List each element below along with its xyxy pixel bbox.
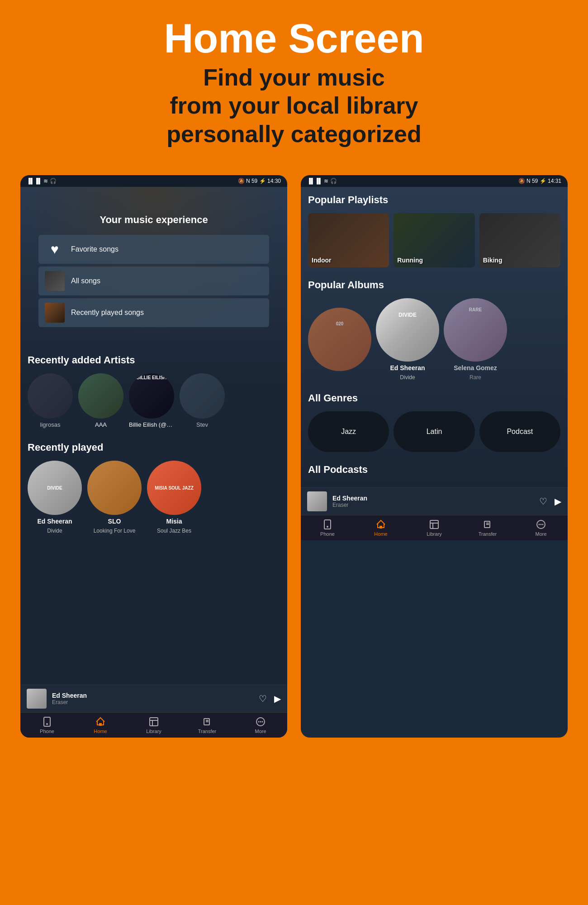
phone1-bottom-nav: Phone Home Library Transfer More: [20, 712, 287, 738]
artist-item[interactable]: AAA: [78, 373, 123, 428]
home2-icon: [375, 519, 386, 530]
played-subtitle: Soul Jazz Bes: [157, 528, 191, 534]
recently-played-title: Recently played: [28, 442, 280, 453]
artist-item[interactable]: Stev: [180, 373, 225, 428]
phone1-content: Your music experience ♥ Favorite songs A…: [20, 187, 287, 685]
mini-player-info: Ed Sheeran Eraser: [52, 692, 253, 705]
heart-button-2[interactable]: ♡: [539, 496, 547, 507]
nav-transfer[interactable]: Transfer: [180, 716, 234, 734]
nav2-library[interactable]: Library: [408, 519, 461, 537]
genre-latin-label: Latin: [427, 428, 442, 436]
recently-added-title: Recently added Artists: [28, 354, 280, 366]
menu-item-all-songs[interactable]: All songs: [38, 267, 269, 295]
playlist-running[interactable]: Running: [394, 213, 474, 267]
played-art: MISIA SOUL JAZZ: [147, 461, 201, 515]
played-subtitle: Divide: [47, 528, 62, 534]
svg-rect-3: [150, 718, 158, 726]
mini-player-art: [27, 689, 47, 709]
all-podcasts-section: All Podcasts: [301, 457, 568, 487]
nav-library[interactable]: Library: [127, 716, 180, 734]
played-item[interactable]: SLO Looking For Love: [87, 461, 142, 534]
header-subtitle: Find your music from your local library …: [27, 63, 561, 148]
nav-library-label: Library: [146, 729, 161, 734]
album-subname-divide: Divide: [400, 374, 415, 381]
menu-item-label-recent: Recently played songs: [71, 309, 144, 317]
menu-item-favorite[interactable]: ♥ Favorite songs: [38, 235, 269, 264]
mini-player-title: Ed Sheeran: [52, 692, 253, 699]
menu-item-label-all: All songs: [71, 277, 100, 285]
artist-item[interactable]: ligrosas: [28, 373, 73, 428]
transfer-icon: [202, 716, 213, 727]
library-icon: [148, 716, 159, 727]
playlist-indoor-label: Indoor: [312, 257, 332, 264]
music-experience: Your music experience ♥ Favorite songs A…: [20, 187, 287, 341]
phones-section: ▐▌▐▌ ≋ 🎧 🔕 N 59 ⚡ 14:30 Your music exper…: [0, 175, 588, 738]
phone1-status-bar: ▐▌▐▌ ≋ 🎧 🔕 N 59 ⚡ 14:30: [20, 175, 287, 187]
album-item-2020[interactable]: 020: [308, 308, 371, 371]
nav-phone-label: Phone: [40, 729, 54, 734]
artist-circle: [180, 373, 225, 419]
phone2-bottom-nav: Phone Home Library Transfer More: [301, 515, 568, 540]
popular-albums-section: Popular Albums 020 DIVIDE Ed Sheeran Div…: [301, 272, 568, 385]
phone2-status-bar: ▐▌▐▌ ≋ 🎧 🔕 N 59 ⚡ 14:31: [301, 175, 568, 187]
subtitle-line2: from your local library: [170, 92, 418, 119]
phone2-content: Popular Playlists Indoor Running Biking …: [301, 187, 568, 487]
phone-icon: [42, 716, 52, 727]
playlists-row: Indoor Running Biking: [308, 213, 560, 267]
menu-item-recently-played[interactable]: Recently played songs: [38, 298, 269, 327]
all-genres-section: All Genres Jazz Latin Podcast: [301, 385, 568, 457]
genre-jazz[interactable]: Jazz: [308, 411, 389, 452]
mini-player: Ed Sheeran Eraser ♡ ▶: [20, 685, 287, 712]
album-item-rare[interactable]: RARE Selena Gomez Rare: [444, 298, 507, 381]
genre-latin[interactable]: Latin: [394, 411, 474, 452]
artist-circle: BILLIE EILISH: [129, 373, 174, 419]
nav-phone[interactable]: Phone: [20, 716, 74, 734]
all-songs-icon: [45, 271, 65, 291]
play-button-2[interactable]: ▶: [555, 496, 561, 507]
nav2-home-label: Home: [374, 531, 387, 537]
album-circle-divide: DIVIDE: [376, 298, 439, 362]
home-icon: [95, 716, 106, 727]
played-item[interactable]: DIVIDE Ed Sheeran Divide: [28, 461, 82, 534]
library2-icon: [429, 519, 440, 530]
played-art: [87, 461, 142, 515]
popular-playlists-title: Popular Playlists: [308, 194, 560, 206]
nav2-phone[interactable]: Phone: [301, 519, 354, 537]
svg-rect-16: [430, 520, 438, 529]
nav-transfer-label: Transfer: [198, 729, 217, 734]
phone2: ▐▌▐▌ ≋ 🎧 🔕 N 59 ⚡ 14:31 Popular Playlist…: [301, 175, 568, 738]
mini-player-controls: ♡ ▶: [259, 693, 281, 704]
phone2-icon: [322, 519, 333, 530]
genre-podcast[interactable]: Podcast: [479, 411, 560, 452]
svg-rect-2: [99, 723, 102, 726]
nav2-library-label: Library: [427, 531, 442, 537]
genre-podcast-label: Podcast: [507, 428, 533, 436]
nav2-phone-label: Phone: [320, 531, 335, 537]
album-name-selena: Selena Gomez: [454, 364, 497, 372]
genres-row: Jazz Latin Podcast: [308, 411, 560, 452]
artist-item[interactable]: BILLIE EILISH Billie Eilish (@Musica...: [129, 373, 174, 428]
header-title: Home Screen: [27, 18, 561, 59]
nav2-transfer[interactable]: Transfer: [461, 519, 514, 537]
artist-circle: [28, 373, 73, 419]
nav2-more-label: More: [535, 531, 546, 537]
play-button[interactable]: ▶: [274, 693, 281, 704]
status-right: 🔕 N 59 ⚡ 14:30: [238, 178, 281, 184]
nav-home[interactable]: Home: [74, 716, 127, 734]
nav2-home[interactable]: Home: [354, 519, 408, 537]
status-left-2: ▐▌▐▌ ≋ 🎧: [307, 178, 337, 184]
nav2-more[interactable]: More: [514, 519, 568, 537]
all-podcasts-title: All Podcasts: [308, 464, 560, 476]
mini-player-art-2: [307, 491, 327, 511]
heart-button[interactable]: ♡: [259, 693, 267, 704]
music-experience-title: Your music experience: [29, 214, 278, 226]
mini-player-subtitle-2: Eraser: [332, 502, 534, 508]
played-item[interactable]: MISIA SOUL JAZZ Misia Soul Jazz Bes: [147, 461, 201, 534]
transfer2-icon: [482, 519, 493, 530]
album-circle-rare: RARE: [444, 298, 507, 362]
playlist-indoor[interactable]: Indoor: [308, 213, 389, 267]
played-title: SLO: [108, 518, 121, 525]
nav-more[interactable]: More: [234, 716, 287, 734]
album-item-divide[interactable]: DIVIDE Ed Sheeran Divide: [376, 298, 439, 381]
playlist-biking[interactable]: Biking: [479, 213, 560, 267]
